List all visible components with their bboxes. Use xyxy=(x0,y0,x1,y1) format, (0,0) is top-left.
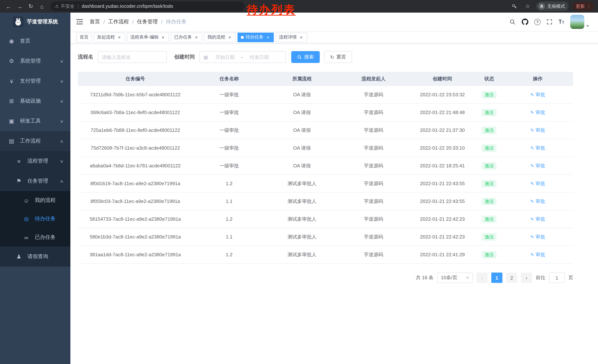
approve-button[interactable]: ✎审批 xyxy=(530,145,545,151)
end-date-input[interactable] xyxy=(244,54,275,60)
sidebar-item-task-management[interactable]: ⚑ 任务管理 ∧ xyxy=(0,171,70,191)
sidebar-item-my-processes[interactable]: ☺ 我的流程 xyxy=(0,191,70,210)
sidebar-item-devtools[interactable]: ▣ 研发工具 ∨ xyxy=(0,111,70,131)
process-cell: OA 请假 xyxy=(266,162,338,169)
status-cell: 激活 xyxy=(476,162,502,170)
search-icon[interactable] xyxy=(509,19,516,25)
action-cell: ✎审批 xyxy=(502,145,573,151)
breadcrumb-home[interactable]: 首页 xyxy=(90,18,100,25)
infrastructure-icon: ⊞ xyxy=(8,98,16,105)
address-bar[interactable]: ⚠ 不安全 | dashboard.yudao.iocoder.cn/bpm/t… xyxy=(50,1,245,11)
tab-my-processes[interactable]: 我的流程 × xyxy=(204,32,236,42)
breadcrumb-task-management[interactable]: 任务管理 xyxy=(137,18,158,25)
close-icon[interactable]: × xyxy=(194,35,199,40)
tab-form-edit[interactable]: 流程表单-编辑 × xyxy=(127,32,169,42)
created-cell: 2022-01-22 23:53:32 xyxy=(409,92,476,97)
forward-icon[interactable]: → xyxy=(15,1,25,11)
approve-button[interactable]: ✎审批 xyxy=(530,234,545,240)
font-size-icon[interactable]: TT xyxy=(558,19,564,25)
sidebar-item-payment[interactable]: ¥ 支付管理 ∨ xyxy=(0,71,70,91)
date-range-picker[interactable]: ▦ - xyxy=(199,51,286,63)
home-icon[interactable]: ⌂ xyxy=(37,1,47,11)
approve-button[interactable]: ✎审批 xyxy=(530,251,545,258)
approve-button[interactable]: ✎审批 xyxy=(530,180,545,187)
reset-button[interactable]: ↻ 重置 xyxy=(324,51,352,63)
github-icon[interactable] xyxy=(522,18,528,25)
gear-icon: ⚙ xyxy=(8,58,16,65)
approve-button[interactable]: ✎审批 xyxy=(530,216,545,222)
status-badge: 激活 xyxy=(482,109,497,116)
annotation-overlay: 待办列表 xyxy=(247,2,296,17)
sidebar-fold-icon[interactable] xyxy=(76,19,83,25)
tab-home[interactable]: 首页 xyxy=(76,32,92,42)
process-name-input[interactable] xyxy=(102,54,163,60)
page-button-1[interactable]: 1 xyxy=(491,273,502,283)
sidebar-item-leave-query[interactable]: ♟ 请假查询 xyxy=(0,247,70,267)
col-actions: 操作 xyxy=(502,75,573,82)
search-button[interactable]: 搜索 xyxy=(291,51,320,63)
start-date-input[interactable] xyxy=(209,54,241,60)
task-id-cell: 58154733-7ac8-11ec-a9e2-a2380e71991a xyxy=(78,216,193,222)
created-cell: 2022-01-22 21:48:48 xyxy=(409,110,476,115)
sidebar-item-label: 研发工具 xyxy=(20,118,41,124)
fullscreen-icon[interactable] xyxy=(547,19,552,25)
sidebar-item-system[interactable]: ⚙ 系统管理 ∨ xyxy=(0,51,70,71)
bookmark-star-icon[interactable]: ☆ xyxy=(523,1,532,11)
person-icon: ♟ xyxy=(15,253,23,260)
search-button-label: 搜索 xyxy=(304,54,314,60)
approve-label: 审批 xyxy=(536,216,545,222)
status-badge: 激活 xyxy=(482,251,497,258)
status-cell: 激活 xyxy=(476,109,502,116)
approve-button[interactable]: ✎审批 xyxy=(530,91,545,98)
avatar[interactable] xyxy=(570,15,584,29)
task-name-cell: 1.1 xyxy=(193,234,266,240)
status-cell: 激活 xyxy=(476,233,502,241)
tab-process-detail[interactable]: 流程详情 × xyxy=(276,32,307,42)
app-logo-row[interactable]: 芋道管理系统 xyxy=(0,13,70,31)
user-menu[interactable] xyxy=(570,15,589,29)
page-button-2[interactable]: 2 xyxy=(506,273,517,283)
table-row: a6aba0a4-7b6d-11ec-b781-acde48001122 一级审… xyxy=(78,157,573,175)
breadcrumb-workflow[interactable]: 工作流程 xyxy=(108,18,129,25)
page-size-select[interactable]: 10条/页 xyxy=(437,273,473,283)
browser-update-button[interactable]: 更新 ⋮ xyxy=(573,2,594,11)
breadcrumb-current: 待办任务 xyxy=(166,18,187,25)
key-icon[interactable] xyxy=(509,1,519,11)
kebab-menu-icon[interactable]: ⋮ xyxy=(587,4,591,9)
approve-button[interactable]: ✎审批 xyxy=(530,162,545,169)
tab-done-tasks[interactable]: 已办任务 × xyxy=(171,32,202,42)
prev-page-button[interactable]: ‹ xyxy=(476,273,488,283)
process-name-field[interactable] xyxy=(98,51,167,63)
reload-icon[interactable]: ↻ xyxy=(26,1,36,11)
sidebar-item-process-management[interactable]: ≡ 流程管理 ∨ xyxy=(0,151,70,171)
tab-start-process[interactable]: 发起流程 × xyxy=(94,32,125,42)
tab-todo-tasks[interactable]: 待办任务 × xyxy=(238,32,274,42)
status-badge: 激活 xyxy=(482,233,497,241)
sidebar-item-todo-tasks[interactable]: ◎ 待办任务 xyxy=(0,210,70,228)
sidebar-item-workflow[interactable]: ▤ 工作流程 ∧ xyxy=(0,131,70,151)
next-page-button[interactable]: › xyxy=(521,273,532,283)
process-cell: OA 请假 xyxy=(266,91,338,98)
close-icon[interactable]: × xyxy=(299,35,304,40)
close-icon[interactable]: × xyxy=(227,35,232,40)
security-label[interactable]: 不安全 xyxy=(61,3,75,9)
sidebar-item-done-tasks[interactable]: ∞ 已办任务 xyxy=(0,228,70,247)
sidebar-item-infrastructure[interactable]: ⊞ 基础设施 ∨ xyxy=(0,91,70,111)
close-icon[interactable]: × xyxy=(117,35,122,40)
task-name-cell: 1.2 xyxy=(193,181,266,186)
goto-page-input[interactable] xyxy=(549,273,565,283)
approve-button[interactable]: ✎审批 xyxy=(530,198,545,205)
approve-button[interactable]: ✎审批 xyxy=(530,127,545,133)
chevron-down-icon: ∨ xyxy=(60,119,64,123)
close-icon[interactable]: × xyxy=(160,35,166,40)
created-cell: 2022-01-22 21:37:30 xyxy=(409,127,476,133)
sidebar-item-home[interactable]: ◉ 首页 xyxy=(0,31,70,51)
breadcrumb-separator: / xyxy=(132,19,134,25)
page-unit-label: 页 xyxy=(568,274,573,281)
approve-button[interactable]: ✎审批 xyxy=(530,109,545,116)
help-icon[interactable]: ? xyxy=(534,19,540,25)
tab-label: 我的流程 xyxy=(208,34,225,40)
close-icon[interactable]: × xyxy=(265,35,270,40)
back-icon[interactable]: ← xyxy=(4,1,13,11)
action-cell: ✎审批 xyxy=(502,109,573,116)
